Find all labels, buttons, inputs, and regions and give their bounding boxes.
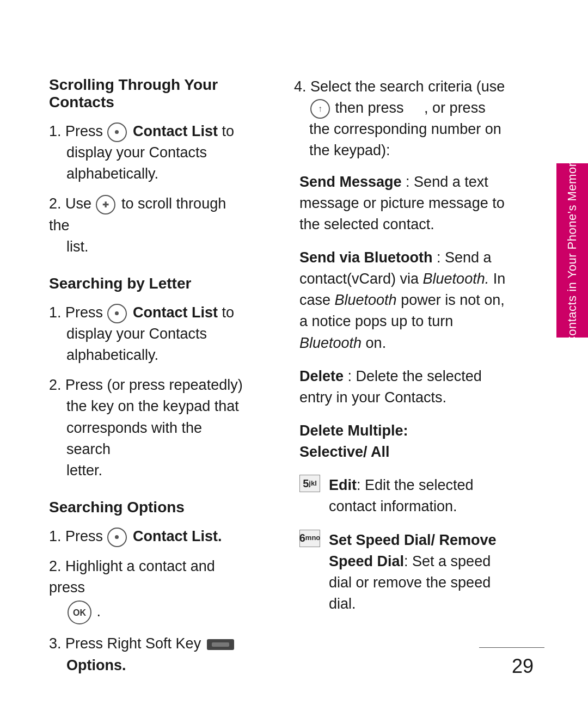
contact-list-icon-2 xyxy=(107,304,127,323)
section-scrolling-heading: Scrolling Through Your Contacts xyxy=(49,76,245,111)
searching-letter-step1: 1. Press Contact List to display your Co… xyxy=(49,302,245,366)
sl-step1-press: Press xyxy=(65,304,107,321)
so-step3-bold: Options. xyxy=(66,657,126,673)
scrolling-step1-suffix: to xyxy=(222,123,235,139)
sl-step2-num: 2. xyxy=(49,377,65,393)
so-step2-num: 2. xyxy=(49,558,65,574)
scrolling-step1-bold: Contact List xyxy=(133,123,218,139)
sidebar-tab: Contacts in Your Phone's Memory xyxy=(556,163,588,338)
soft-key-icon xyxy=(207,639,234,650)
scrolling-step2-number: 2. xyxy=(49,195,65,212)
item-delete-multiple: Delete Multiple:Selective/ All xyxy=(294,420,512,463)
key-6-box: 6 mno xyxy=(299,530,320,547)
nav-circle-icon xyxy=(310,99,330,119)
sidebar-tab-label: Contacts in Your Phone's Memory xyxy=(565,156,579,345)
scrolling-step1-press: Press xyxy=(65,123,107,139)
left-column: Scrolling Through Your Contacts 1. Press… xyxy=(0,44,267,672)
delete-colon: : xyxy=(348,368,356,384)
scrolling-step1-number: 1. xyxy=(49,123,65,139)
searching-options-step3: 3. Press Right Soft Key Options. xyxy=(49,633,245,676)
sl-step2-text: Press (or press repeatedly) xyxy=(65,377,243,393)
step4-prefix: 4. Select the search criteria (use xyxy=(294,78,505,95)
contact-list-icon-1 xyxy=(107,122,127,142)
contact-list-icon-3 xyxy=(107,528,127,547)
item-delete: Delete : Delete the selected entry in yo… xyxy=(294,366,512,408)
scrolling-step2: 2. Use ✚ to scroll through the list. xyxy=(49,193,245,257)
so-step1-num: 1. xyxy=(49,528,65,544)
searching-letter-step2: 2. Press (or press repeatedly) the key o… xyxy=(49,375,245,481)
scrolling-step1-indent: display your Contactsalphabetically. xyxy=(49,142,245,185)
section-scrolling: Scrolling Through Your Contacts 1. Press… xyxy=(49,76,245,258)
delete-label: Delete xyxy=(299,368,344,384)
send-bluetooth-colon: : xyxy=(437,249,445,266)
item-speed-dial: 6 mno Set Speed Dial/ Remove Speed Dial:… xyxy=(294,530,512,615)
sl-step2-indent: the key on the keypad thatcorresponds wi… xyxy=(49,396,245,481)
send-message-colon: : xyxy=(406,174,414,190)
scrolling-step1: 1. Press Contact List to display your Co… xyxy=(49,121,245,185)
scrolling-step2-list: list. xyxy=(49,236,245,258)
sl-step1-suffix: to xyxy=(222,304,235,321)
ok-button-icon: OK xyxy=(68,600,91,624)
right-column: 4. Select the search criteria (use then … xyxy=(267,44,534,672)
edit-label: Edit xyxy=(329,477,357,493)
page-container: Scrolling Through Your Contacts 1. Press… xyxy=(0,0,588,705)
scrolling-step2-use: Use xyxy=(65,195,96,212)
bottom-rule xyxy=(479,647,544,648)
key-5-box: 5 jkl xyxy=(299,475,320,492)
section-searching-options: Searching Options 1. Press Contact List.… xyxy=(49,499,245,676)
speed-dial-label: Set Speed Dial/ Remove Speed Dial xyxy=(329,532,497,569)
scroll-icon: ✚ xyxy=(96,195,115,214)
so-step2-ok: OK . xyxy=(49,598,245,624)
delete-multiple-label: Delete Multiple:Selective/ All xyxy=(299,422,408,460)
item-edit: 5 jkl Edit: Edit the selected contact in… xyxy=(294,475,512,517)
section-searching-letter-heading: Searching by Letter xyxy=(49,275,245,292)
sl-step1-bold: Contact List xyxy=(133,304,218,321)
sl-step1-num: 1. xyxy=(49,304,65,321)
searching-options-step2: 2. Highlight a contact and press OK . xyxy=(49,556,245,624)
section-searching-options-heading: Searching Options xyxy=(49,499,245,516)
item-send-bluetooth: Send via Bluetooth : Send a contact(vCar… xyxy=(294,247,512,354)
item-send-message: Send Message : Send a text message or pi… xyxy=(294,171,512,235)
so-step3-prefix: Press Right Soft Key xyxy=(65,635,201,652)
sl-step1-indent: display your Contactsalphabetically. xyxy=(49,323,245,366)
so-step3-num: 3. xyxy=(49,635,65,652)
step4-header: 4. Select the search criteria (use then … xyxy=(294,76,512,162)
send-message-label: Send Message xyxy=(299,174,402,190)
so-step1-press: Press xyxy=(65,528,107,544)
step4-then: then press , or press xyxy=(335,100,486,116)
step4-indent: then press , or press the corresponding … xyxy=(294,97,512,161)
page-number: 29 xyxy=(512,655,534,678)
so-step1-bold: Contact List. xyxy=(133,528,222,544)
speed-dial-content: Set Speed Dial/ Remove Speed Dial: Set a… xyxy=(329,530,512,615)
section-searching-letter: Searching by Letter 1. Press Contact Lis… xyxy=(49,275,245,481)
searching-options-step1: 1. Press Contact List. xyxy=(49,526,245,547)
so-step2-period: . xyxy=(97,604,101,620)
so-step2-text: Highlight a contact and press xyxy=(49,558,215,596)
send-bluetooth-label: Send via Bluetooth xyxy=(299,249,433,266)
so-step3-options: Options. xyxy=(49,655,245,676)
edit-content: Edit: Edit the selected contact informat… xyxy=(329,475,512,517)
